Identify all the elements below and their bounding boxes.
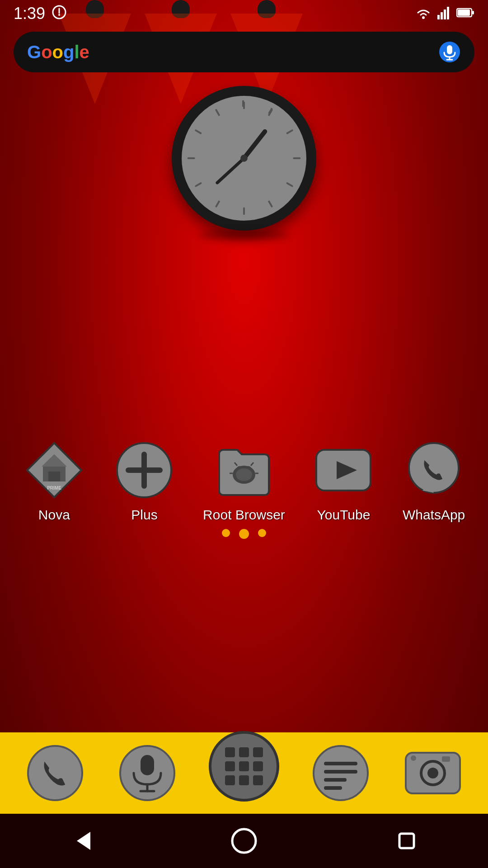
svg-line-26 xyxy=(216,110,219,115)
notification-icon xyxy=(52,5,66,23)
svg-text:PRIME: PRIME xyxy=(47,486,61,491)
svg-rect-57 xyxy=(239,747,249,757)
svg-rect-56 xyxy=(225,747,235,757)
svg-point-76 xyxy=(232,829,256,853)
svg-rect-4 xyxy=(437,15,440,19)
status-right xyxy=(415,6,474,21)
svg-point-29 xyxy=(240,155,248,162)
nova-label: Nova xyxy=(38,507,70,523)
svg-point-50 xyxy=(28,746,82,800)
root-browser-label: Root Browser xyxy=(203,507,285,523)
svg-point-72 xyxy=(427,768,438,778)
svg-rect-52 xyxy=(141,755,154,775)
svg-rect-60 xyxy=(239,761,249,771)
svg-rect-69 xyxy=(324,786,342,790)
page-dot-0[interactable] xyxy=(222,529,230,537)
wifi-icon xyxy=(415,6,432,21)
svg-point-2 xyxy=(58,14,60,16)
status-bar: 1:39 xyxy=(0,0,488,27)
app-item-whatsapp[interactable]: WhatsApp xyxy=(402,439,465,523)
plus-label: Plus xyxy=(131,507,157,523)
dock-camera[interactable] xyxy=(401,741,465,805)
dock-phone[interactable] xyxy=(23,741,87,805)
svg-rect-64 xyxy=(253,775,263,785)
svg-rect-10 xyxy=(472,11,474,14)
google-logo: Google xyxy=(27,42,89,62)
svg-rect-63 xyxy=(239,775,249,785)
svg-rect-7 xyxy=(447,7,449,19)
recents-button[interactable] xyxy=(389,823,425,859)
clock-shadow xyxy=(199,231,289,240)
svg-rect-58 xyxy=(253,747,263,757)
svg-line-16 xyxy=(269,110,272,115)
page-dots xyxy=(222,529,266,539)
root-browser-icon xyxy=(212,439,276,502)
battery-icon xyxy=(456,7,474,20)
svg-rect-68 xyxy=(324,778,347,782)
svg-line-28 xyxy=(217,158,244,183)
nav-bar xyxy=(0,814,488,868)
svg-line-19 xyxy=(287,183,292,186)
svg-point-48 xyxy=(409,443,459,493)
svg-rect-33 xyxy=(48,472,60,481)
clock-widget[interactable] xyxy=(172,86,316,231)
nova-icon: PRIME xyxy=(23,439,86,502)
svg-line-23 xyxy=(196,183,201,186)
dock-messages[interactable] xyxy=(309,741,372,805)
svg-rect-73 xyxy=(442,756,450,762)
svg-rect-62 xyxy=(225,775,235,785)
svg-line-27 xyxy=(244,132,265,158)
status-left: 1:39 xyxy=(14,4,66,23)
app-item-nova[interactable]: PRIME Nova xyxy=(23,439,86,523)
svg-rect-77 xyxy=(399,834,414,848)
svg-point-74 xyxy=(411,755,416,761)
dock-microphone[interactable] xyxy=(116,741,179,805)
svg-line-22 xyxy=(216,202,219,207)
voice-search-icon[interactable] xyxy=(438,41,461,63)
svg-rect-59 xyxy=(225,761,235,771)
svg-rect-5 xyxy=(441,12,443,19)
svg-line-17 xyxy=(287,130,292,133)
home-button[interactable] xyxy=(226,823,262,859)
svg-rect-12 xyxy=(447,45,452,54)
page-dot-1[interactable] xyxy=(239,529,249,539)
youtube-icon xyxy=(312,439,375,502)
svg-marker-75 xyxy=(77,832,90,850)
bottom-dock xyxy=(0,732,488,814)
status-time: 1:39 xyxy=(14,4,45,23)
svg-line-25 xyxy=(196,130,201,133)
signal-icon xyxy=(437,6,451,21)
svg-point-45 xyxy=(236,468,252,481)
svg-point-3 xyxy=(422,16,425,19)
svg-line-20 xyxy=(269,202,272,207)
clock-face xyxy=(172,86,316,231)
whatsapp-icon xyxy=(402,439,465,502)
page-dot-2[interactable] xyxy=(258,529,266,537)
app-item-youtube[interactable]: YouTube xyxy=(312,439,375,523)
svg-rect-67 xyxy=(324,770,357,774)
plus-icon xyxy=(113,439,176,502)
svg-rect-61 xyxy=(253,761,263,771)
youtube-label: YouTube xyxy=(317,507,371,523)
svg-rect-66 xyxy=(324,762,357,765)
search-bar[interactable]: Google xyxy=(14,32,474,72)
app-row: PRIME Nova Plus xyxy=(0,439,488,523)
svg-rect-6 xyxy=(444,9,446,19)
whatsapp-label: WhatsApp xyxy=(403,507,465,523)
svg-rect-9 xyxy=(458,9,470,16)
app-item-plus[interactable]: Plus xyxy=(113,439,176,523)
dock-apps-grid[interactable] xyxy=(208,730,280,802)
app-item-root-browser[interactable]: Root Browser xyxy=(203,439,285,523)
back-button[interactable] xyxy=(63,823,99,859)
